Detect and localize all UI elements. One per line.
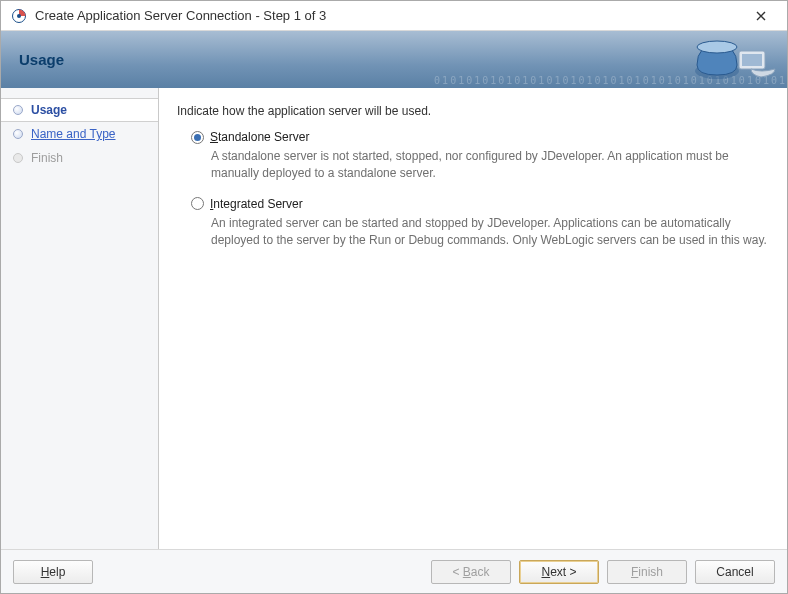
- banner-title: Usage: [19, 51, 64, 68]
- next-button[interactable]: Next >: [519, 560, 599, 584]
- intro-text: Indicate how the application server will…: [177, 104, 769, 118]
- step-name-and-type[interactable]: Name and Type: [1, 122, 158, 146]
- step-label: Name and Type: [31, 127, 116, 141]
- finish-button: Finish: [607, 560, 687, 584]
- close-button[interactable]: [741, 3, 781, 29]
- title-bar: Create Application Server Connection - S…: [1, 1, 787, 31]
- wizard-content: Indicate how the application server will…: [159, 88, 787, 549]
- step-label: Usage: [31, 103, 67, 117]
- banner-art-icon: [689, 35, 779, 83]
- radio-integrated-desc: An integrated server can be started and …: [211, 215, 769, 250]
- step-usage[interactable]: Usage: [1, 98, 158, 122]
- radio-label: Integrated Server: [210, 197, 303, 211]
- back-button: < Back: [431, 560, 511, 584]
- wizard-banner: Usage 0101010101010101010101010101010101…: [1, 31, 787, 88]
- step-dot-icon: [13, 105, 23, 115]
- radio-standalone-server[interactable]: Standalone Server: [191, 130, 769, 144]
- radio-integrated-server[interactable]: Integrated Server: [191, 197, 769, 211]
- svg-point-3: [697, 41, 737, 53]
- step-dot-icon: [13, 153, 23, 163]
- wizard-footer: Help < Back Next > Finish Cancel: [1, 549, 787, 593]
- cancel-button[interactable]: Cancel: [695, 560, 775, 584]
- help-button[interactable]: Help: [13, 560, 93, 584]
- app-icon: [11, 8, 27, 24]
- radio-label: Standalone Server: [210, 130, 309, 144]
- wizard-body: Usage Name and Type Finish Indicate how …: [1, 88, 787, 549]
- svg-point-1: [17, 14, 21, 18]
- radio-icon: [191, 197, 204, 210]
- wizard-steps-sidebar: Usage Name and Type Finish: [1, 88, 159, 549]
- step-dot-icon: [13, 129, 23, 139]
- radio-icon: [191, 131, 204, 144]
- window-title: Create Application Server Connection - S…: [35, 8, 741, 23]
- radio-standalone-desc: A standalone server is not started, stop…: [211, 148, 769, 183]
- svg-rect-5: [742, 54, 762, 66]
- step-finish: Finish: [1, 146, 158, 170]
- step-label: Finish: [31, 151, 63, 165]
